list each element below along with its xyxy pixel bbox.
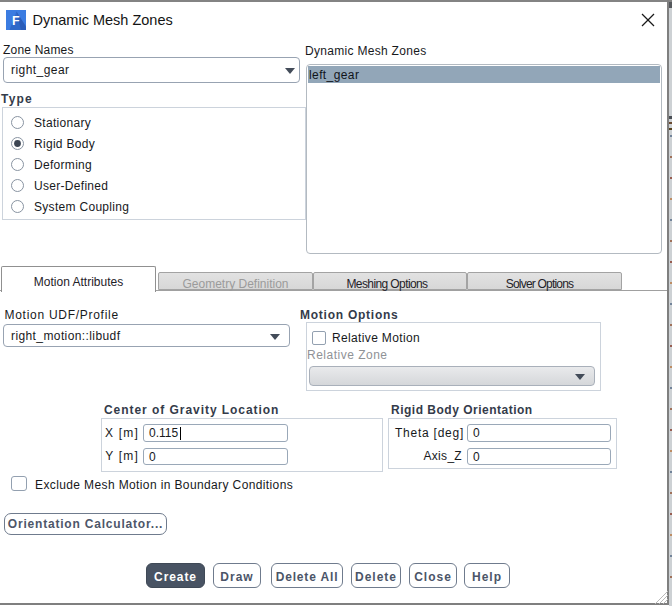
svg-text:F: F (12, 14, 20, 28)
